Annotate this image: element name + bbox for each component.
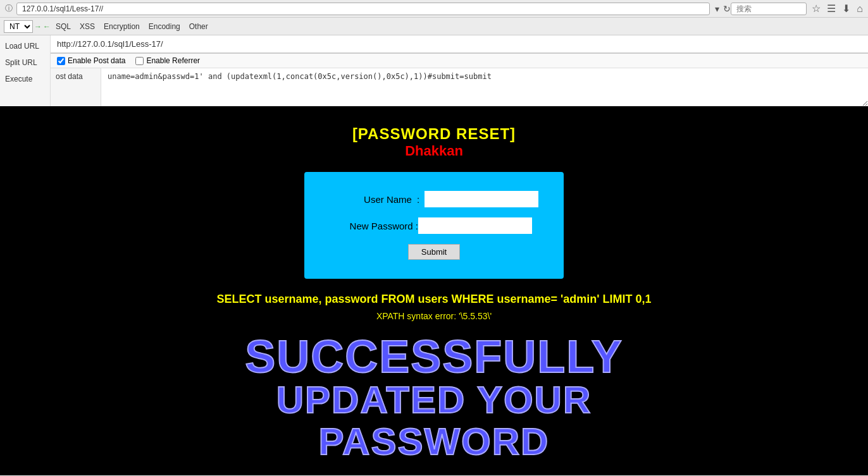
toolbar-menu-encryption[interactable]: Encryption [100,21,144,32]
password-input[interactable] [418,217,532,234]
success-text: SUCCESSFULLY UPDATED YOUR PASSWORD [245,334,623,463]
toolbar-menu-encoding[interactable]: Encoding [145,21,184,32]
success-line2: UPDATED YOUR [245,379,623,421]
enable-post-data-text: Enable Post data [68,56,125,65]
submit-button[interactable]: Submit [408,244,460,260]
post-data-input[interactable] [101,68,868,106]
enable-post-data-label[interactable]: Enable Post data [57,56,125,65]
arrow-left-icon: → [34,22,42,31]
arrow-right-icon: ← [43,22,51,31]
enable-referrer-checkbox[interactable] [135,57,144,65]
username-label: User Name [330,194,412,205]
toolbar-menu-other[interactable]: Other [185,21,212,32]
page-title-name: Dhakkan [405,143,463,159]
enable-post-data-checkbox[interactable] [57,57,65,65]
sql-query-display: SELECT username, password FROM users WHE… [216,291,651,307]
password-label: New Password : [336,221,418,231]
xpath-error-display: XPATH syntax error: '\5.5.53\' [376,311,492,321]
address-bar-input[interactable] [16,3,710,15]
info-icon: ⓘ [5,3,13,14]
list-icon[interactable]: ☰ [827,3,836,15]
split-url-button[interactable]: Split URL [0,54,50,71]
success-line1: SUCCESSFULLY [245,334,623,379]
toolbar-select[interactable]: NT [4,20,33,33]
username-colon: : [417,194,419,205]
url-input[interactable] [51,35,868,53]
download-icon[interactable]: ⬇ [842,3,850,15]
post-data-label: ost data [51,68,101,106]
load-url-button[interactable]: Load URL [0,38,50,54]
enable-referrer-label[interactable]: Enable Referrer [135,56,200,65]
webpage-content: [PASSWORD RESET] Dhakkan User Name : New… [0,106,868,475]
username-input[interactable] [425,191,538,207]
execute-button[interactable]: Execute [0,71,50,87]
page-title-bracket: [PASSWORD RESET] [352,125,516,143]
success-line3: PASSWORD [245,421,623,463]
password-reset-form: User Name : New Password : Submit [304,172,564,279]
enable-referrer-text: Enable Referrer [146,56,200,65]
refresh-icon[interactable]: ↻ [723,4,731,14]
home-icon[interactable]: ⌂ [857,3,863,15]
star-icon[interactable]: ☆ [812,3,821,15]
toolbar-menu-sql[interactable]: SQL [52,21,75,32]
search-input[interactable] [731,3,807,15]
toolbar-menu-xss[interactable]: XSS [76,21,99,32]
dropdown-icon[interactable]: ▾ [715,4,719,14]
